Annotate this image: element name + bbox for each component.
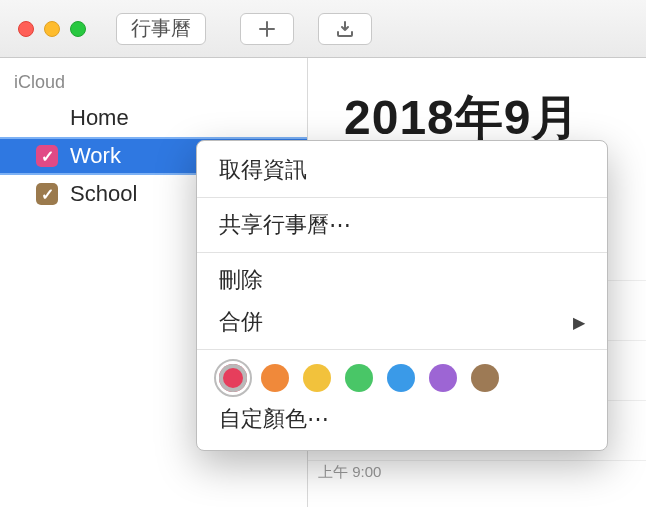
menu-item-label: 自定顏色⋯ xyxy=(219,404,329,434)
menu-item-delete[interactable]: 刪除 xyxy=(197,259,607,301)
sidebar-item-label: Work xyxy=(70,143,121,169)
color-swatch-row xyxy=(197,356,607,398)
color-swatch-blue[interactable] xyxy=(387,364,415,392)
color-swatch-red[interactable] xyxy=(219,364,247,392)
menu-item-label: 取得資訊 xyxy=(219,155,307,185)
sidebar-item-label: School xyxy=(70,181,137,207)
menu-item-label: 共享行事曆⋯ xyxy=(219,210,351,240)
minimize-window-icon[interactable] xyxy=(44,21,60,37)
titlebar: 行事曆 xyxy=(0,0,646,58)
calendars-toggle-button[interactable]: 行事曆 xyxy=(116,13,206,45)
menu-separator xyxy=(197,349,607,350)
color-swatch-green[interactable] xyxy=(345,364,373,392)
menu-item-label: 刪除 xyxy=(219,265,263,295)
sidebar-section-header: iCloud xyxy=(0,68,307,99)
checkbox-icon[interactable]: ✓ xyxy=(36,183,58,205)
sidebar-item-home[interactable]: ✓ Home xyxy=(0,99,307,137)
close-window-icon[interactable] xyxy=(18,21,34,37)
menu-separator xyxy=(197,197,607,198)
zoom-window-icon[interactable] xyxy=(70,21,86,37)
toolbar-title-label: 行事曆 xyxy=(131,15,191,42)
menu-item-merge[interactable]: 合併 ▶ xyxy=(197,301,607,343)
menu-item-label: 合併 xyxy=(219,307,263,337)
window-traffic-lights xyxy=(18,21,86,37)
menu-item-get-info[interactable]: 取得資訊 xyxy=(197,149,607,191)
page-title: 2018年9月 xyxy=(308,58,646,150)
menu-item-custom-color[interactable]: 自定顏色⋯ xyxy=(197,398,607,440)
time-label: 上午 9:00 xyxy=(318,463,381,482)
context-menu: 取得資訊 共享行事曆⋯ 刪除 合併 ▶ 自定顏色⋯ xyxy=(196,140,608,451)
color-swatch-brown[interactable] xyxy=(471,364,499,392)
checkbox-icon[interactable]: ✓ xyxy=(36,107,58,129)
checkbox-icon[interactable]: ✓ xyxy=(36,145,58,167)
plus-icon xyxy=(257,19,277,39)
color-swatch-purple[interactable] xyxy=(429,364,457,392)
menu-separator xyxy=(197,252,607,253)
menu-item-share-calendar[interactable]: 共享行事曆⋯ xyxy=(197,204,607,246)
submenu-arrow-icon: ▶ xyxy=(573,313,585,332)
add-event-button[interactable] xyxy=(240,13,294,45)
sidebar-item-label: Home xyxy=(70,105,129,131)
color-swatch-orange[interactable] xyxy=(261,364,289,392)
inbox-button[interactable] xyxy=(318,13,372,45)
download-tray-icon xyxy=(335,19,355,39)
color-swatch-yellow[interactable] xyxy=(303,364,331,392)
